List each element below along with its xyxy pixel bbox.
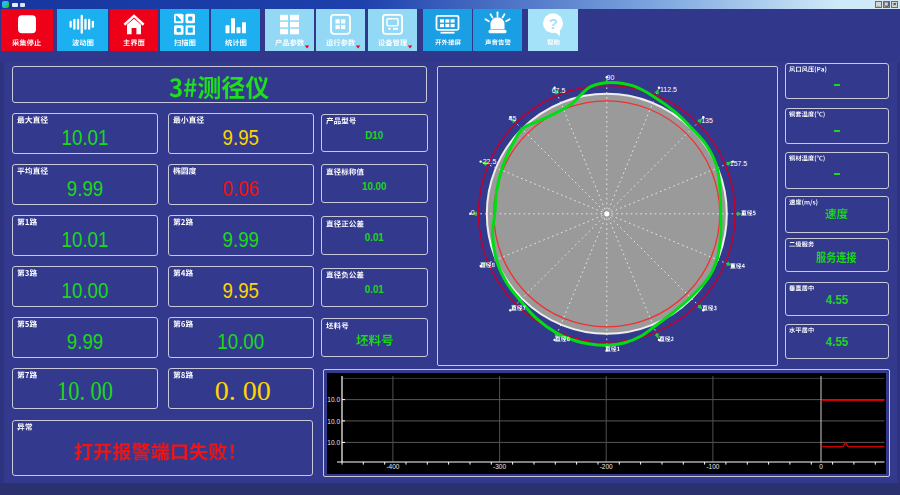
svg-text:-100: -100 [706, 463, 719, 470]
svg-text:10.0: 10.0 [327, 396, 340, 403]
svg-text:10.0: 10.0 [327, 418, 340, 425]
svg-text:-200: -200 [600, 463, 613, 470]
svg-text:0: 0 [819, 463, 823, 470]
svg-text:-300: -300 [493, 463, 506, 470]
svg-text:-400: -400 [386, 463, 399, 470]
svg-text:10.0: 10.0 [327, 439, 340, 446]
